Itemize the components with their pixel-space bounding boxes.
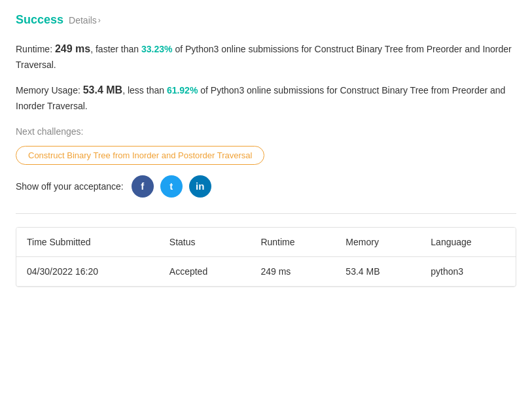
col-runtime: Runtime — [250, 228, 335, 257]
share-row: Show off your acceptance: f t in — [16, 175, 516, 198]
table-header-row: Time Submitted Status Runtime Memory Lan… — [16, 228, 516, 257]
col-time-submitted: Time Submitted — [16, 228, 159, 257]
section-divider — [16, 213, 516, 214]
stats-section: Runtime: 249 ms, faster than 33.23% of P… — [16, 40, 516, 114]
chevron-icon: › — [98, 16, 101, 25]
cell-status: Accepted — [159, 256, 251, 286]
success-label: Success — [16, 13, 63, 27]
cell-time: 04/30/2022 16:20 — [16, 256, 159, 286]
runtime-stat-line: Runtime: 249 ms, faster than 33.23% of P… — [16, 40, 516, 73]
col-memory: Memory — [335, 228, 420, 257]
runtime-text1: , faster than — [90, 44, 141, 54]
result-header: Success Details › — [16, 13, 516, 27]
runtime-percent: 33.23% — [141, 44, 172, 54]
challenge-button[interactable]: Construct Binary Tree from Inorder and P… — [16, 146, 264, 165]
twitter-icon[interactable]: t — [160, 175, 183, 198]
cell-memory: 53.4 MB — [335, 256, 420, 286]
col-language: Language — [420, 228, 516, 257]
submissions-table: Time Submitted Status Runtime Memory Lan… — [16, 228, 516, 286]
table-body: 04/30/2022 16:20Accepted249 ms53.4 MBpyt… — [16, 256, 516, 286]
cell-runtime: 249 ms — [250, 256, 335, 286]
submissions-table-wrapper: Time Submitted Status Runtime Memory Lan… — [16, 227, 516, 287]
runtime-label: Runtime: — [16, 44, 55, 54]
next-challenges-label: Next challenges: — [16, 126, 516, 137]
facebook-icon[interactable]: f — [132, 175, 154, 198]
runtime-value: 249 ms — [55, 43, 90, 54]
social-icons: f t in — [132, 175, 211, 198]
memory-label: Memory Usage: — [16, 85, 83, 95]
memory-value: 53.4 MB — [83, 84, 122, 95]
table-header: Time Submitted Status Runtime Memory Lan… — [16, 228, 516, 257]
share-label: Show off your acceptance: — [16, 181, 124, 192]
cell-language: python3 — [420, 256, 516, 286]
memory-text1: , less than — [122, 85, 167, 95]
details-link[interactable]: Details › — [69, 15, 101, 26]
linkedin-icon[interactable]: in — [189, 175, 211, 198]
col-status: Status — [159, 228, 251, 257]
memory-percent: 61.92% — [167, 85, 198, 95]
details-label: Details — [69, 15, 97, 26]
memory-stat-line: Memory Usage: 53.4 MB, less than 61.92% … — [16, 81, 516, 114]
table-row: 04/30/2022 16:20Accepted249 ms53.4 MBpyt… — [16, 256, 516, 286]
